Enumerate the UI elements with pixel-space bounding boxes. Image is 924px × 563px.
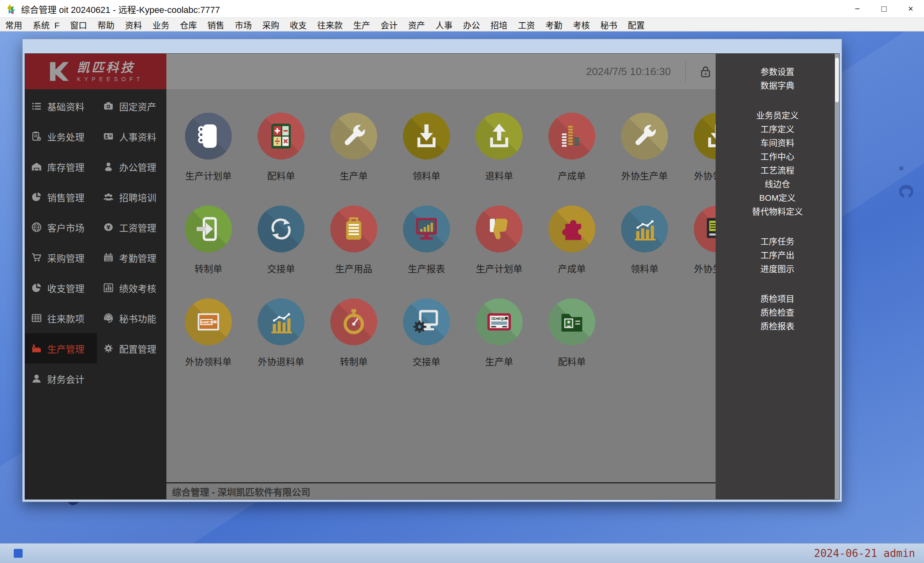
tile-退料单[interactable]: 退料单 (463, 113, 536, 206)
tile-生产报表[interactable]: 生产报表 (390, 206, 463, 298)
sidebar-item-工资管理[interactable]: ¥工资管理 (97, 212, 166, 242)
close-button[interactable]: × (897, 0, 924, 17)
panel-item-工序定义[interactable]: 工序定义 (716, 122, 839, 136)
menu-item-办公[interactable]: 办公 (458, 19, 485, 31)
tile-配料单[interactable]: 配料单 (536, 298, 608, 391)
tile-领料单[interactable]: 领料单 (608, 206, 681, 298)
tile-生产单[interactable]: 生产单 (317, 113, 390, 206)
lock-icon[interactable] (699, 65, 712, 78)
menu-item-招培[interactable]: 招培 (485, 19, 513, 31)
tile-label: 交接单 (413, 354, 441, 368)
sidebar-item-label: 办公管理 (119, 160, 156, 174)
sidebar-row: 采购管理考勤管理 (25, 242, 166, 273)
menu-item-资料[interactable]: 资料 (120, 19, 147, 31)
panel-item-BOM定义[interactable]: BOM定义 (716, 191, 839, 205)
menu-item-资产[interactable]: 资产 (403, 19, 430, 31)
sidebar-item-销售管理[interactable]: 销售管理 (25, 182, 97, 212)
menu-item-窗口[interactable]: 窗口 (65, 19, 92, 31)
sidebar-item-收支管理[interactable]: 收支管理 (25, 273, 97, 303)
sidebar-item-客户市场[interactable]: 客户市场 (25, 212, 97, 242)
sidebar-item-配置管理[interactable]: 配置管理 (97, 333, 166, 363)
panel-item-参数设置[interactable]: 参数设置 (716, 65, 839, 79)
sidebar-item-财务会计[interactable]: 财务会计 (25, 363, 97, 394)
menu-item-市场[interactable]: 市场 (230, 19, 257, 31)
list-icon (31, 101, 42, 111)
tile-配料单[interactable]: 配料单 (245, 113, 317, 206)
menu-item-销售[interactable]: 销售 (202, 19, 230, 31)
chart-line-icon (258, 298, 304, 345)
panel-item-工艺流程[interactable]: 工艺流程 (716, 164, 839, 177)
tile-外协退料单[interactable]: 外协退料单 (245, 298, 317, 391)
chart-line-icon (621, 206, 668, 252)
panel-item-替代物料定义[interactable]: 替代物料定义 (716, 205, 839, 218)
menu-item-仓库[interactable]: 仓库 (175, 19, 202, 31)
menu-item-考核[interactable]: 考核 (568, 19, 595, 31)
menu-item-采购[interactable]: 采购 (257, 19, 285, 31)
clipboard-icon (31, 131, 42, 142)
panel-item-工序产出[interactable]: 工序产出 (716, 248, 839, 262)
sidebar-item-往来款项[interactable]: 往来款项 (25, 303, 97, 333)
sidebar-item-人事资料[interactable]: 人事资料 (97, 121, 166, 151)
sidebar-item-秘书功能[interactable]: 秘书功能 (97, 303, 166, 333)
sidebar-item-考勤管理[interactable]: 考勤管理 (97, 242, 166, 273)
sidebar-item-办公管理[interactable]: 办公管理 (97, 151, 166, 182)
menu-item-秘书[interactable]: 秘书 (595, 19, 623, 31)
menu-item-会计[interactable]: 会计 (376, 19, 403, 31)
warehouse-icon (31, 161, 42, 172)
menu-item-系统F[interactable]: 系统 F (27, 19, 65, 31)
sidebar-item-采购管理[interactable]: 采购管理 (25, 242, 97, 273)
tile-交接单[interactable]: 交接单 (245, 206, 317, 298)
menu-item-配置[interactable]: 配置 (623, 19, 650, 31)
sidebar-item-招聘培训[interactable]: 招聘培训 (97, 182, 166, 212)
menu-item-往来款[interactable]: 往来款 (312, 19, 348, 31)
sidebar-item-label: 生产管理 (47, 342, 84, 355)
menu-item-工资[interactable]: 工资 (513, 19, 540, 31)
panel-item-质检检查[interactable]: 质检检查 (716, 306, 839, 319)
tile-产成单[interactable]: 产成单 (536, 113, 608, 206)
menu-item-业务[interactable]: 业务 (147, 19, 175, 31)
menu-item-考勤[interactable]: 考勤 (540, 19, 568, 31)
menu-item-帮助[interactable]: 帮助 (92, 19, 120, 31)
maximize-button[interactable]: □ (871, 0, 897, 17)
logo: 凯匹科技 KYPEESOFT (25, 54, 166, 89)
sidebar-item-基础资料[interactable]: 基础资料 (25, 91, 97, 121)
tile-产成单[interactable]: 产成单 (536, 206, 608, 298)
panel-item-业务员定义[interactable]: 业务员定义 (716, 109, 839, 122)
tile-label: 领料单 (631, 261, 659, 275)
sidebar-item-固定资产[interactable]: 固定资产 (97, 91, 166, 121)
minimize-button[interactable]: − (844, 0, 871, 17)
tile-生产单[interactable]: CHEQUE生产单 (463, 298, 536, 391)
tile-转制单[interactable]: 转制单 (172, 206, 245, 298)
tile-label: 交接单 (267, 261, 295, 275)
tile-外协领料单[interactable]: AMEX外协领料单 (172, 298, 245, 391)
sidebar-item-生产管理[interactable]: 生产管理 (25, 333, 97, 363)
panel-item-工序任务[interactable]: 工序任务 (716, 235, 839, 248)
puzzle-icon (548, 206, 595, 252)
tile-领料单[interactable]: 领料单 (390, 113, 463, 206)
sidebar-item-库存管理[interactable]: 库存管理 (25, 151, 97, 182)
panel-item-数据字典[interactable]: 数据字典 (716, 79, 839, 92)
tile-转制单[interactable]: 转制单 (317, 298, 390, 391)
panel-scrollbar[interactable] (835, 54, 839, 499)
menu-item-收支[interactable]: 收支 (285, 19, 312, 31)
sidebar-item-label: 往来款项 (47, 311, 84, 325)
sidebar-item-业务处理[interactable]: 业务处理 (25, 121, 97, 151)
panel-item-车间资料[interactable]: 车间资料 (716, 136, 839, 150)
sidebar-item-绩效考核[interactable]: 绩效考核 (97, 273, 166, 303)
menu-item-常用[interactable]: 常用 (0, 19, 27, 31)
menu-item-生产[interactable]: 生产 (348, 19, 376, 31)
factory-icon (31, 343, 42, 354)
tile-交接单[interactable]: 交接单 (390, 298, 463, 391)
panel-item-工作中心[interactable]: 工作中心 (716, 150, 839, 164)
tile-生产用品[interactable]: 生产用品 (317, 206, 390, 298)
tile-生产计划单[interactable]: 生产计划单 (172, 113, 245, 206)
panel-scrollbar-thumb[interactable] (835, 58, 839, 102)
panel-item-进度图示[interactable]: 进度图示 (716, 262, 839, 276)
app-window: 凯匹科技 KYPEESOFT 2024/7/5 10:16:30 基础资料固定资… (22, 39, 842, 502)
panel-item-质检报表[interactable]: 质检报表 (716, 319, 839, 333)
panel-item-线边仓[interactable]: 线边仓 (716, 177, 839, 191)
panel-item-质检项目[interactable]: 质检项目 (716, 292, 839, 306)
menu-item-人事[interactable]: 人事 (430, 19, 458, 31)
tile-生产计划单[interactable]: 生产计划单 (463, 206, 536, 298)
tile-外协生产单[interactable]: 外协生产单 (608, 113, 681, 206)
